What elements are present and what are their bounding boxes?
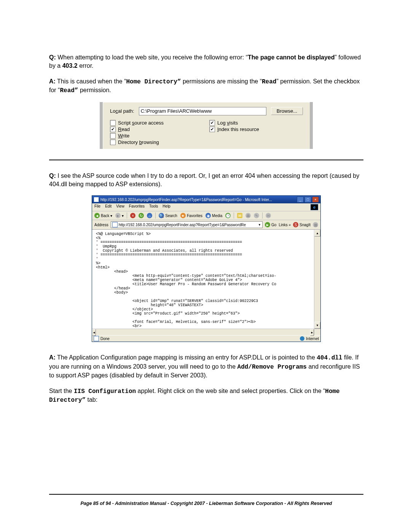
resize-grip-icon[interactable] xyxy=(314,329,320,335)
checkbox-col-right: Log visitsIndex this resource xyxy=(209,119,259,146)
page-footer: Page 85 of 94 - Administration Manual - … xyxy=(49,501,363,506)
section-divider xyxy=(49,160,363,160)
back-button[interactable]: ◄Back ▾ xyxy=(94,213,112,218)
print-icon[interactable]: 🖶 xyxy=(245,213,251,218)
left-gray-bar xyxy=(100,102,103,149)
refresh-icon[interactable]: ↻ xyxy=(139,213,144,218)
snagit-extra-icon[interactable]: ▦ xyxy=(313,222,318,227)
history-icon[interactable]: 🕑 xyxy=(225,213,231,218)
titlebar: http://192.168.0.202/umprpgReportFinder.… xyxy=(92,196,320,203)
checkbox-label: Log visits xyxy=(217,120,238,126)
checkbox-label: Index this resource xyxy=(217,126,259,132)
address-dropdown-icon[interactable]: ▼ xyxy=(258,223,261,227)
q2-paragraph: Q: I see the ASP source code when I try … xyxy=(49,172,363,189)
status-text: Done xyxy=(100,337,110,341)
menu-help[interactable]: Help xyxy=(162,204,170,210)
stop-icon[interactable]: × xyxy=(130,213,135,218)
checkbox-col-left: Script source accessReadWriteDirectory b… xyxy=(110,119,164,146)
a1-paragraph: A: This is caused when the “Home Directo… xyxy=(49,77,363,95)
a-label: A: xyxy=(49,354,56,361)
ie-logo-icon xyxy=(311,204,318,210)
footer-divider xyxy=(49,494,363,495)
horizontal-scrollbar[interactable]: ◄ ► xyxy=(92,329,314,335)
checkbox-label: Read xyxy=(118,126,130,132)
scroll-right-icon[interactable]: ► xyxy=(310,329,314,336)
q1-paragraph: Q: When attempting to load the web site,… xyxy=(49,53,363,70)
local-path-input[interactable] xyxy=(139,107,266,115)
maximize-button[interactable]: □ xyxy=(304,197,311,203)
snagit-button[interactable]: SSnagIt xyxy=(293,222,311,227)
page-source-content: <%@ Language=VBScript %> <% ' ==========… xyxy=(92,230,314,329)
scroll-down-icon[interactable]: ▼ xyxy=(314,322,320,329)
figure-ie-window: http://192.168.0.202/umprpgReportFinder.… xyxy=(92,195,321,342)
home-icon[interactable]: ⌂ xyxy=(147,213,152,218)
edit-icon[interactable]: ✎ xyxy=(254,213,259,218)
links-label[interactable]: Links » xyxy=(279,223,291,227)
page-icon xyxy=(112,222,118,227)
toolbar: ◄Back ▾ ► ▾ × ↻ ⌂ 🔍Search ★Favorites ◉Me… xyxy=(92,211,320,220)
a2-paragraph: A: The Application Configuration page ma… xyxy=(49,353,363,380)
checkbox[interactable] xyxy=(110,133,116,139)
local-path-label: Local path: xyxy=(110,108,134,114)
menu-edit[interactable]: Edit xyxy=(105,204,112,210)
checkbox[interactable] xyxy=(110,139,116,145)
favorites-button[interactable]: ★Favorites xyxy=(180,213,202,218)
forward-button[interactable]: ► ▾ xyxy=(115,213,124,218)
menubar: File Edit View Favorites Tools Help xyxy=(92,203,320,211)
browse-button[interactable]: Browse... xyxy=(271,107,303,115)
a2b-paragraph: Start the IIS Configuration applet. Righ… xyxy=(49,387,363,405)
menu-tools[interactable]: Tools xyxy=(149,204,158,210)
q-label: Q: xyxy=(49,173,56,179)
address-input[interactable]: http://192.168.0.202/umprpgReportFinder.… xyxy=(111,221,263,228)
checkbox-label: Directory browsing xyxy=(118,139,159,145)
media-button[interactable]: ◉Media xyxy=(206,213,222,218)
minimize-button[interactable]: _ xyxy=(297,197,304,203)
search-button[interactable]: 🔍Search xyxy=(159,213,177,218)
discuss-icon[interactable]: ✉ xyxy=(266,213,271,218)
checkbox[interactable] xyxy=(209,126,215,132)
menu-favorites[interactable]: Favorites xyxy=(129,204,145,210)
close-button[interactable]: × xyxy=(312,197,319,203)
page-icon xyxy=(94,197,99,202)
menu-view[interactable]: View xyxy=(116,204,124,210)
a-label: A: xyxy=(49,78,56,85)
checkbox-label: Script source access xyxy=(118,120,164,126)
figure-iis-home-directory: Local path: document.currentScript.previ… xyxy=(100,102,313,149)
right-gray-bar xyxy=(310,102,313,149)
mail-icon[interactable]: ✉ xyxy=(237,213,242,218)
window-title: http://192.168.0.202/umprpgReportFinder.… xyxy=(100,198,295,202)
vertical-scrollbar[interactable]: ▲ ▼ xyxy=(314,230,320,329)
done-icon xyxy=(94,336,99,341)
checkbox[interactable] xyxy=(110,120,116,126)
checkbox[interactable] xyxy=(209,120,215,126)
go-button[interactable]: ►Go xyxy=(265,222,276,227)
menu-file[interactable]: File xyxy=(94,204,100,210)
statusbar: Done Internet xyxy=(92,335,320,342)
checkbox-label: Write xyxy=(118,133,129,139)
zone-label: Internet xyxy=(306,337,319,341)
scroll-left-icon[interactable]: ◄ xyxy=(92,329,96,336)
q-label: Q: xyxy=(49,54,56,61)
address-bar: Address http://192.168.0.202/umprpgRepor… xyxy=(92,220,320,230)
address-label: Address xyxy=(94,223,108,227)
checkbox[interactable] xyxy=(110,126,116,132)
internet-zone-icon xyxy=(300,336,304,341)
scroll-up-icon[interactable]: ▲ xyxy=(314,230,320,236)
